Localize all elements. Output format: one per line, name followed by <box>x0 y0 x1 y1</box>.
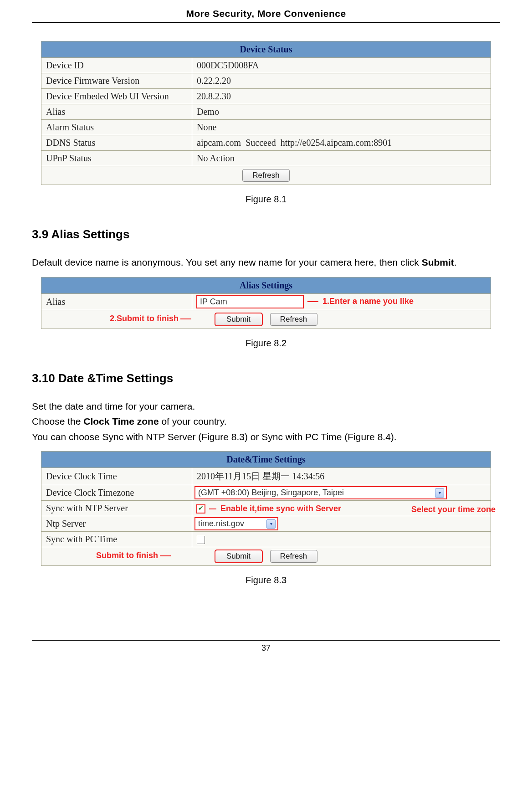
figure-caption-8-3: Figure 8.3 <box>32 575 500 585</box>
submit-button[interactable]: Submit <box>215 550 262 563</box>
alias-settings-header: Alias Settings <box>41 277 491 293</box>
page-header: More Security, More Convenience <box>32 8 500 23</box>
refresh-button[interactable]: Refresh <box>270 550 317 563</box>
annotation-line <box>180 318 191 319</box>
row-value: None <box>192 120 491 135</box>
text-span: Choose the <box>32 416 83 426</box>
row-value: No Action <box>192 151 491 166</box>
annotation-submit-finish: 2.Submit to finish <box>110 314 191 324</box>
annotation-enable-ntp: Enable it,time sync with Server <box>220 504 341 513</box>
chevron-down-icon: ▾ <box>266 519 276 529</box>
annotation-submit-finish: Submit to finish <box>96 551 171 560</box>
page-number: 37 <box>32 640 500 653</box>
row-label: Device Firmware Version <box>41 73 192 89</box>
row-label: Alias <box>41 104 192 120</box>
sync-ntp-label: Sync with NTP Server <box>41 501 192 516</box>
annotation-line <box>160 555 171 556</box>
text-span: of your country. <box>159 416 227 426</box>
row-value: 20.8.2.30 <box>192 89 491 104</box>
datetime-settings-header: Date&Time Settings <box>41 452 491 468</box>
row-label: UPnP Status <box>41 151 192 166</box>
clock-timezone-label: Device Clock Timezone <box>41 485 192 501</box>
clock-time-value: 2010年11月15日 星期一 14:34:56 <box>192 468 491 485</box>
heading-datetime-settings: 3.10 Date &Time Settings <box>32 371 500 385</box>
submit-button[interactable]: Submit <box>215 313 262 326</box>
timezone-select-value: (GMT +08:00) Beijing, Singapore, Taipei <box>198 488 344 498</box>
chevron-down-icon: ▾ <box>435 488 444 498</box>
clock-time-label: Device Clock Time <box>41 468 192 485</box>
row-value: Demo <box>192 104 491 120</box>
ntp-server-select[interactable]: time.nist.gov ▾ <box>195 518 278 530</box>
device-status-header: Device Status <box>41 41 491 58</box>
refresh-button[interactable]: Refresh <box>242 169 290 182</box>
text-bold: Clock Time zone <box>83 416 159 426</box>
ntp-server-value: time.nist.gov <box>198 519 244 529</box>
figure-caption-8-1: Figure 8.1 <box>32 194 500 205</box>
figure-8-2: Alias Settings Alias IP Cam 1.Enter a na… <box>41 277 491 329</box>
text-bold: Submit <box>422 257 454 267</box>
datetime-p2: Choose the Clock Time zone of your count… <box>32 414 500 429</box>
ntp-server-label: Ntp Server <box>41 516 192 532</box>
figure-8-1: Device Status Device ID000DC5D008FA Devi… <box>41 41 491 185</box>
alias-label: Alias <box>41 293 192 310</box>
datetime-p1: Set the date and time for your camera. <box>32 399 500 414</box>
annotation-text: 2.Submit to finish <box>110 314 179 323</box>
alias-settings-intro: Default device name is anonymous. You se… <box>32 255 500 270</box>
annotation-line <box>209 508 216 509</box>
annotation-select-timezone: Select your time zone <box>411 505 496 514</box>
alias-settings-table: Alias Settings Alias IP Cam 1.Enter a na… <box>41 277 491 329</box>
text-span: . <box>454 257 457 267</box>
row-label: Device ID <box>41 58 192 73</box>
row-label: Alarm Status <box>41 120 192 135</box>
datetime-p3: You can choose Sync with NTP Server (Fig… <box>32 430 500 444</box>
annotation-line <box>307 301 318 302</box>
row-value: 000DC5D008FA <box>192 58 491 73</box>
row-label: DDNS Status <box>41 135 192 151</box>
row-value: aipcam.com Succeed http://e0254.aipcam.c… <box>192 135 491 151</box>
timezone-select[interactable]: (GMT +08:00) Beijing, Singapore, Taipei … <box>195 487 446 499</box>
device-status-table: Device Status Device ID000DC5D008FA Devi… <box>41 41 491 185</box>
text-span: Default device name is anonymous. You se… <box>32 257 422 267</box>
row-label: Device Embeded Web UI Version <box>41 89 192 104</box>
heading-alias-settings: 3.9 Alias Settings <box>32 227 500 241</box>
figure-8-3: Date&Time Settings Device Clock Time 201… <box>41 451 491 566</box>
figure-caption-8-2: Figure 8.2 <box>32 338 500 349</box>
alias-input[interactable]: IP Cam <box>197 296 303 308</box>
sync-ntp-checkbox[interactable]: ✔ <box>197 505 205 513</box>
annotation-text: Submit to finish <box>96 551 158 560</box>
sync-pc-label: Sync with PC Time <box>41 532 192 547</box>
refresh-button[interactable]: Refresh <box>270 313 317 326</box>
sync-pc-checkbox[interactable] <box>197 536 205 544</box>
row-value: 0.22.2.20 <box>192 73 491 89</box>
annotation-enter-name: 1.Enter a name you like <box>322 297 414 306</box>
